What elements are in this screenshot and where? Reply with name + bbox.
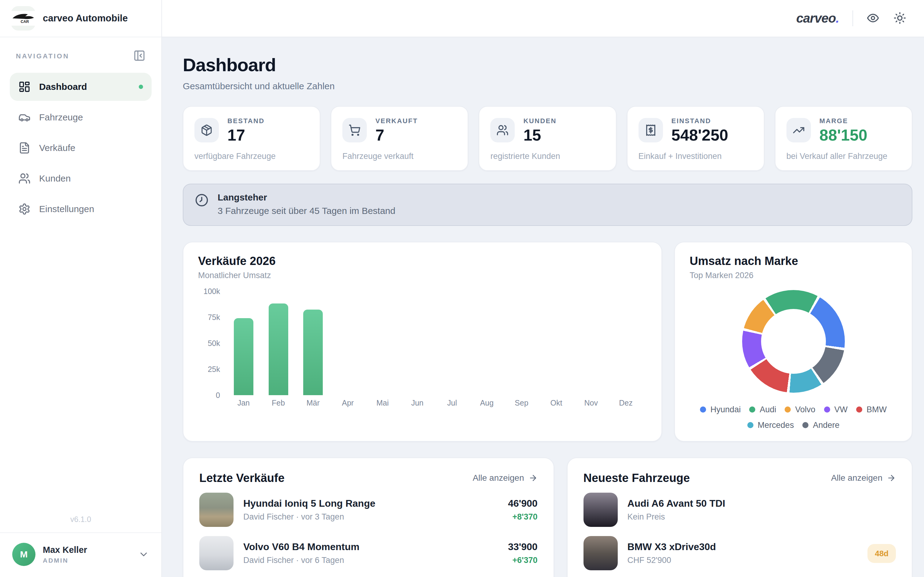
- active-dot: [139, 85, 143, 89]
- page-content: Dashboard Gesamtübersicht und aktuelle Z…: [162, 37, 924, 577]
- bar-column-Jun: Jun: [400, 291, 435, 411]
- sidebar-item-einstellungen[interactable]: Einstellungen: [10, 195, 152, 223]
- bar-column-Jul: Jul: [435, 291, 469, 411]
- bar-Mär: [303, 309, 323, 395]
- x-axis-label: Mär: [306, 395, 320, 411]
- vehicle-name: Hyundai Ioniq 5 Long Range: [243, 498, 375, 509]
- sidebar-item-dashboard[interactable]: Dashboard: [10, 73, 152, 101]
- stat-label: VERKAUFT: [375, 117, 418, 125]
- stat-value: 88'150: [819, 127, 868, 143]
- donut-chart: [742, 290, 845, 393]
- sidebar-brand: CAR carveo Automobile: [0, 0, 161, 37]
- legend-item-hyundai: Hyundai: [700, 405, 740, 414]
- vehicle-meta: David Fischer · vor 6 Tagen: [243, 556, 360, 565]
- chevron-down-icon: [138, 549, 149, 560]
- sales-chart-card: Verkäufe 2026 Monatlicher Umsatz 100k75k…: [183, 242, 662, 442]
- sale-row[interactable]: Volvo V60 B4 MomentumDavid Fischer · vor…: [199, 536, 538, 570]
- trending-up-icon: [787, 118, 811, 142]
- sidebar-navigation: NAVIGATION DashboardFahrzeugeVerkäufeKun…: [0, 37, 161, 515]
- x-axis-label: Jun: [411, 395, 423, 411]
- stat-value: 15: [523, 127, 556, 143]
- navigation-section-label: NAVIGATION: [16, 52, 69, 60]
- lists-row: Letzte Verkäufe Alle anzeigen Hyundai Io…: [183, 458, 913, 577]
- bar-column-Dez: Dez: [609, 291, 643, 411]
- page-subtitle: Gesamtübersicht und aktuelle Zahlen: [183, 81, 913, 91]
- sales-chart-subtitle: Monatlicher Umsatz: [198, 271, 647, 280]
- x-axis-label: Nov: [584, 395, 598, 411]
- bar-plot: JanFebMärAprMaiJunJulAugSepOktNovDez: [226, 291, 643, 411]
- recent-sales-card: Letzte Verkäufe Alle anzeigen Hyundai Io…: [183, 458, 554, 577]
- sale-profit: +6'370: [508, 556, 538, 565]
- y-axis-tick: 100k: [198, 287, 220, 295]
- legend-item-bmw: BMW: [856, 405, 887, 414]
- brand-logo: CAR: [11, 6, 35, 31]
- stat-card-verkauft: VERKAUFT7Fahrzeuge verkauft: [331, 106, 468, 171]
- stat-card-bestand: BESTAND17verfügbare Fahrzeuge: [183, 106, 320, 171]
- avatar: M: [12, 543, 35, 566]
- y-axis-tick: 75k: [198, 313, 220, 321]
- bar-column-Mär: Mär: [295, 291, 331, 411]
- legend-item-andere: Andere: [802, 421, 839, 430]
- legend-dot: [824, 406, 830, 413]
- recent-sales-see-all-link[interactable]: Alle anzeigen: [472, 473, 537, 483]
- sidebar-item-kunden[interactable]: Kunden: [10, 164, 152, 193]
- bar-column-Aug: Aug: [469, 291, 504, 411]
- newest-vehicles-title: Neueste Fahrzeuge: [584, 472, 690, 485]
- vehicle-meta: Kein Preis: [627, 512, 725, 522]
- bar-column-Feb: Feb: [261, 291, 296, 411]
- bar-column-Sep: Sep: [504, 291, 539, 411]
- sale-row[interactable]: Hyundai Ioniq 5 Long RangeDavid Fischer …: [199, 493, 538, 527]
- bar-column-Mai: Mai: [365, 291, 400, 411]
- vehicle-name: Volvo V60 B4 Momentum: [243, 541, 360, 553]
- clock-icon: [195, 193, 208, 207]
- bar-chart-area: 100k75k50k25k0JanFebMärAprMaiJunJulAugSe…: [198, 289, 647, 411]
- stats-row: BESTAND17verfügbare FahrzeugeVERKAUFT7Fa…: [183, 106, 913, 171]
- newest-vehicles-see-all-link[interactable]: Alle anzeigen: [831, 473, 896, 483]
- stat-card-einstand: EINSTAND548'250Einkauf + Investitionen: [627, 106, 764, 171]
- car-icon: [18, 111, 31, 124]
- legend-dot: [785, 406, 791, 413]
- donut-legend: HyundaiAudiVolvoVWBMWMercedesAndere: [693, 405, 894, 430]
- charts-row: Verkäufe 2026 Monatlicher Umsatz 100k75k…: [183, 242, 913, 442]
- sidebar-footer: v6.1.0 M Max Keller ADMIN: [0, 515, 161, 577]
- stat-caption: verfügbare Fahrzeuge: [194, 152, 309, 161]
- stat-label: MARGE: [819, 117, 868, 125]
- stat-card-marge: MARGE88'150bei Verkauf aller Fahrzeuge: [775, 106, 913, 171]
- preview-button[interactable]: [866, 11, 880, 25]
- y-axis-tick: 0: [198, 390, 220, 400]
- stat-caption: registrierte Kunden: [490, 152, 605, 161]
- page-title: Dashboard: [183, 55, 913, 76]
- vehicle-row[interactable]: Audi A6 Avant 50 TDIKein Preis: [584, 493, 896, 527]
- sidebar-collapse-button[interactable]: [133, 50, 147, 63]
- user-menu[interactable]: M Max Keller ADMIN: [0, 532, 161, 566]
- legend-item-volvo: Volvo: [785, 405, 815, 414]
- sidebar-item-verkaeufe[interactable]: Verkäufe: [10, 134, 152, 162]
- stat-caption: Fahrzeuge verkauft: [342, 152, 456, 161]
- stat-card-kunden: KUNDEN15registrierte Kunden: [479, 106, 616, 171]
- header-divider: [853, 10, 853, 26]
- stat-value: 7: [375, 127, 418, 143]
- sidebar-item-fahrzeuge[interactable]: Fahrzeuge: [10, 103, 152, 131]
- theme-toggle-button[interactable]: [893, 11, 907, 25]
- stat-label: BESTAND: [227, 117, 265, 125]
- vehicle-thumbnail: [584, 493, 618, 527]
- legend-dot: [700, 406, 706, 413]
- brand-chart-title: Umsatz nach Marke: [690, 255, 897, 268]
- user-name: Max Keller: [43, 545, 87, 555]
- sidebar: CAR carveo Automobile NAVIGATION Dashboa…: [0, 0, 162, 577]
- svg-text:CAR: CAR: [21, 19, 29, 24]
- legend-item-audi: Audi: [749, 405, 776, 414]
- legend-item-mercedes: Mercedes: [747, 421, 794, 430]
- sales-chart-title: Verkäufe 2026: [198, 255, 647, 268]
- main-area: carveo. Dashboard Gesamtübersicht und ak…: [162, 0, 924, 577]
- vehicle-meta: David Fischer · vor 3 Tagen: [243, 512, 375, 522]
- sale-price: 33'900: [508, 541, 538, 553]
- recent-sales-title: Letzte Verkäufe: [199, 472, 285, 485]
- vehicle-thumbnail: [199, 493, 234, 527]
- vehicle-thumbnail: [584, 536, 618, 570]
- vehicle-row[interactable]: BMW X3 xDrive30dCHF 52'90048d: [584, 536, 896, 570]
- file-text-icon: [18, 142, 31, 154]
- stat-label: KUNDEN: [523, 117, 556, 125]
- legend-dot: [856, 406, 862, 413]
- vehicle-name: Audi A6 Avant 50 TDI: [627, 498, 725, 509]
